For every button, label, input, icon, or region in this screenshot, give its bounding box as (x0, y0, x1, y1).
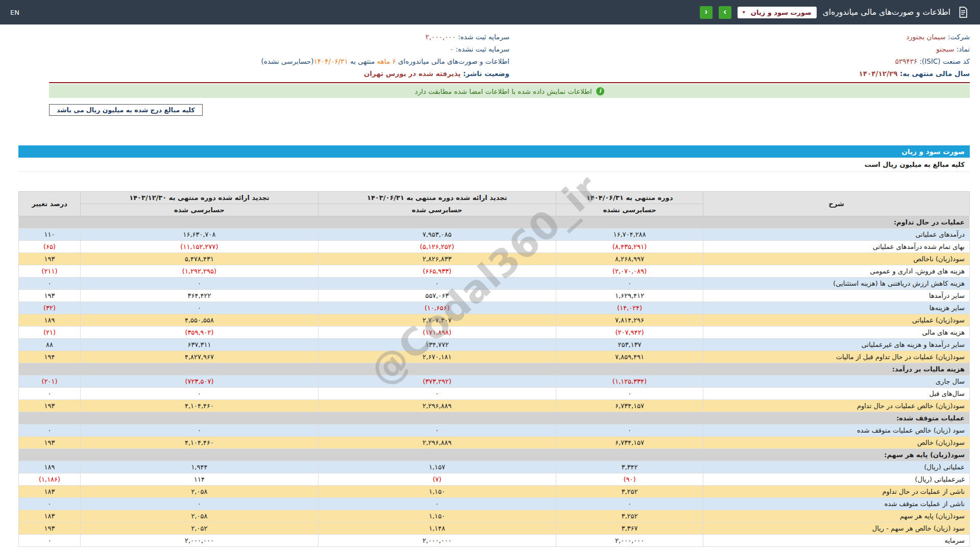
period-value: ۱۶,۷۰۴,۲۸۸ (556, 229, 703, 241)
table-row: سرمایه۲,۰۰۰,۰۰۰۲,۰۰۰,۰۰۰۲,۰۰۰,۰۰۰۰ (19, 535, 970, 547)
period-value: (۱,۱۲۵,۳۳۴) (556, 375, 703, 388)
info-value: پذیرفته شده در بورس تهران (364, 69, 461, 78)
period-value: ۵۵۷,۰۶۳ (318, 290, 556, 302)
table-row: هزینه های مالی(۲۰۷,۹۴۲)(۱۷۱,۸۹۸)(۳۵۹,۹۰۲… (19, 327, 970, 339)
row-label: درآمدهای عملیاتی (703, 229, 970, 241)
period-value: (۳۵۹,۹۰۲) (81, 327, 318, 339)
page-title: اطلاعات و صورت‌های مالی میاندوره‌ای (823, 8, 950, 17)
column-header-period-1: دوره منتهی به ۱۴۰۴/۰۶/۳۱ (556, 192, 703, 204)
row-label: سایر هزینه‌ها (703, 302, 970, 314)
chevron-next-icon: › (723, 7, 726, 17)
info-value: ۲,۰۰۰,۰۰۰ (426, 33, 456, 41)
row-label: هزینه کاهش ارزش دریافتنی ها (هزینه استثن… (703, 278, 970, 290)
signature-match-banner: i اطلاعات نمایش داده شده با اطلاعات امضا… (49, 84, 970, 98)
company-info-grid: شرکت: سیمان بجنوردنماد: سبجنوکد صنعت (IS… (49, 33, 970, 83)
statement-section: صورت سود و زیان کلیه مبالغ به میلیون ریا… (18, 145, 970, 547)
report-period-highlight: ۱۴۰۴/۰۶/۳۱ (314, 57, 348, 65)
period-value: ۲,۷۰۷,۳۰۷ (318, 314, 556, 327)
row-label: سود (زیان) خالص عملیات متوقف شده (703, 424, 970, 437)
period-value: (۱۴,۰۲۴) (556, 302, 703, 314)
period-value: ۳۶۴,۴۲۲ (81, 290, 318, 302)
period-value: ۷,۸۵۹,۴۹۱ (556, 351, 703, 363)
period-value: ۴,۱۰۴,۴۶۰ (81, 400, 318, 412)
language-toggle[interactable]: EN (10, 9, 19, 16)
table-row: سود(زیان) خالص عملیات در حال تداوم۶,۷۳۴,… (19, 400, 970, 412)
row-label: سود(زیان) عملیاتی (703, 314, 970, 327)
period-value: (۷) (318, 473, 556, 486)
period-value: ۶,۷۳۴,۱۵۷ (556, 400, 703, 412)
table-row: بهای تمام شده درآمدهای عملیاتی(۸,۴۳۵,۲۹۱… (19, 241, 970, 253)
period-value: ۲,۸۲۶,۸۳۳ (318, 253, 556, 265)
period-value: ۳,۳۶۷ (556, 522, 703, 535)
period-value: ۰ (556, 388, 703, 400)
table-row: هزینه کاهش ارزش دریافتنی ها (هزینه استثن… (19, 278, 970, 290)
company-info-row: کد صنعت (ISIC): ۵۳۹۴۳۶ (509, 57, 970, 66)
period-value: ۲,۰۵۲ (81, 522, 318, 535)
header-left-group: EN (10, 9, 19, 16)
info-value: سبجنو (936, 45, 954, 53)
row-label: سایر درآمدها و هزینه های غیرعملیاتی (703, 339, 970, 351)
period-value: ۱,۱۴۸ (318, 522, 556, 535)
change-value: ۰ (19, 388, 81, 400)
row-label: سود(زیان) عملیات در حال تداوم قبل از مال… (703, 351, 970, 363)
info-label: نماد: (954, 45, 970, 53)
period-value: ۱۱۴ (81, 473, 318, 486)
period-value: ۳,۲۵۲ (556, 486, 703, 498)
row-label: سال‌های قبل (703, 388, 970, 400)
period-value: ۰ (318, 388, 556, 400)
table-zone: @Codal360_ir شرح دوره منتهی به ۱۴۰۴/۰۶/۳… (18, 191, 970, 547)
period-value: ۲,۰۰۰,۰۰۰ (81, 535, 318, 547)
table-row: سایر درآمدها و هزینه های غیرعملیاتی۲۵۳,۱… (19, 339, 970, 351)
period-value: ۱,۱۵۷ (318, 461, 556, 473)
table-row: سال‌های قبل۰۰۰۰ (19, 388, 970, 400)
period-value: ۴,۱۰۴,۴۶۰ (81, 437, 318, 449)
period-value: ۲,۰۰۰,۰۰۰ (556, 535, 703, 547)
company-info-row: سرمایه ثبت شده: ۲,۰۰۰,۰۰۰ (49, 33, 509, 41)
company-info-row: شرکت: سیمان بجنورد (509, 33, 970, 41)
period-value: ۳,۲۵۲ (556, 510, 703, 522)
row-label: بهای تمام شده درآمدهای عملیاتی (703, 241, 970, 253)
signature-match-text: اطلاعات نمایش داده شده با اطلاعات امضا ش… (414, 87, 592, 95)
period-value: ۱۶,۶۳۰,۷۰۸ (81, 229, 318, 241)
section-row: عملیات در حال تداوم: (19, 216, 970, 229)
change-value: ۱۸۹ (19, 461, 81, 473)
table-row: هزینه های فروش، اداری و عمومی(۲,۰۷۰,۰۸۹)… (19, 265, 970, 278)
period-value: ۲,۰۵۸ (81, 486, 318, 498)
change-value: ۰ (19, 278, 81, 290)
column-header-period-3: تجدید ارائه شده دوره منتهی به ۱۴۰۳/۱۲/۳۰ (81, 192, 318, 204)
table-row: سود(زیان) عملیاتی۷,۸۱۴,۲۹۶۲,۷۰۷,۳۰۷۴,۵۵۰… (19, 314, 970, 327)
period-value: (۱۷۱,۸۹۸) (318, 327, 556, 339)
company-info-row: نماد: سبجنو (509, 45, 970, 54)
period-value: ۶۳۷,۳۱۱ (81, 339, 318, 351)
table-row: سود(زیان) عملیات در حال تداوم قبل از مال… (19, 351, 970, 363)
info-value: ۱۴۰۴/۱۲/۲۹ (859, 69, 898, 78)
row-label: سود(زیان) خالص (703, 437, 970, 449)
period-value: ۱,۶۲۹,۴۱۲ (556, 290, 703, 302)
section-row: سود(زیان) پایه هر سهم: (19, 449, 970, 461)
period-value: (۱۰,۶۵۶) (318, 302, 556, 314)
change-value: (۲۱۱) (19, 265, 81, 278)
table-row: سود (زیان) خالص هر سهم - ریال۳,۳۶۷۱,۱۴۸۲… (19, 522, 970, 535)
table-row: ناشی از عملیات متوقف شده۰۰۰۰ (19, 498, 970, 510)
report-period-text: اطلاعات و صورت‌های مالی میاندوره‌ای (396, 57, 509, 65)
prev-period-button[interactable]: ‹ (700, 6, 713, 19)
report-period-text: (حسابرسی نشده) (261, 57, 314, 65)
pl-table: شرح دوره منتهی به ۱۴۰۴/۰۶/۳۱ تجدید ارائه… (18, 191, 970, 547)
statement-select[interactable]: صورت سود و زیان ▾ (738, 7, 817, 18)
row-label: سود (زیان) خالص هر سهم - ریال (703, 522, 970, 535)
period-value: ۱,۱۵۰ (318, 510, 556, 522)
change-value: (۶۵) (19, 241, 81, 253)
period-value: ۰ (81, 424, 318, 437)
section-row: عملیات متوقف شده: (19, 412, 970, 424)
period-value: (۳۷۳,۲۹۲) (318, 375, 556, 388)
period-value: (۲۰۷,۹۴۲) (556, 327, 703, 339)
period-value: ۲,۰۰۰,۰۰۰ (318, 535, 556, 547)
report-period-text: منتهی به (348, 57, 377, 65)
period-value: (۶۶۵,۹۳۳) (318, 265, 556, 278)
next-period-button[interactable]: › (719, 6, 731, 19)
period-value: ۰ (318, 424, 556, 437)
top-header: اطلاعات و صورت‌های مالی میاندوره‌ای صورت… (0, 0, 980, 24)
section-label: عملیات متوقف شده: (19, 412, 970, 424)
change-value: ۰ (19, 535, 81, 547)
table-row: سایر هزینه‌ها(۱۴,۰۲۴)(۱۰,۶۵۶)۰(۳۲) (19, 302, 970, 314)
